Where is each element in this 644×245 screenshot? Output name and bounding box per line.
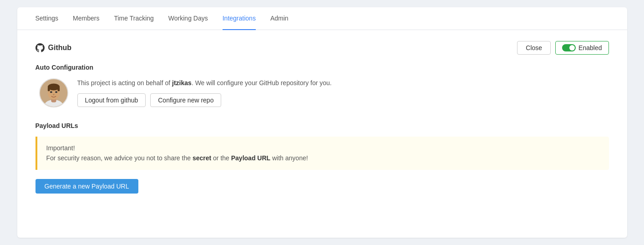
svg-point-9 <box>53 94 55 95</box>
payload-section: Payload URLs Important! For security rea… <box>35 122 609 194</box>
tab-admin[interactable]: Admin <box>270 7 289 30</box>
auto-config-section: Auto Configuration <box>35 64 609 107</box>
main-card: Settings Members Time Tracking Working D… <box>17 7 627 238</box>
github-header: Github Close Enabled <box>35 41 609 55</box>
warning-text-mid: or the <box>211 154 231 162</box>
svg-rect-5 <box>47 87 50 91</box>
avatar <box>39 78 68 107</box>
avatar-image <box>40 78 67 107</box>
tab-members[interactable]: Members <box>73 7 99 30</box>
github-label: Github <box>48 44 72 52</box>
warning-message: For security reason, we advice you not t… <box>46 153 600 163</box>
enabled-button[interactable]: Enabled <box>555 41 609 55</box>
tab-working-days[interactable]: Working Days <box>168 7 208 30</box>
header-actions: Close Enabled <box>517 41 609 55</box>
auto-config-buttons: Logout from github Configure new repo <box>77 93 332 107</box>
warning-text-after: with anyone! <box>270 154 308 162</box>
warning-box: Important! For security reason, we advic… <box>35 137 609 170</box>
auto-config-description: This project is acting on behalf of jtzi… <box>77 78 332 88</box>
payload-title: Payload URLs <box>35 122 609 129</box>
configure-repo-button[interactable]: Configure new repo <box>150 93 221 107</box>
github-icon <box>35 43 45 52</box>
auto-config-title: Auto Configuration <box>35 64 609 71</box>
svg-point-7 <box>50 91 52 93</box>
tab-integrations[interactable]: Integrations <box>223 7 256 30</box>
svg-point-8 <box>55 91 57 93</box>
desc-after: . We will configure your GitHub reposito… <box>192 79 332 87</box>
tab-time-tracking[interactable]: Time Tracking <box>114 7 153 30</box>
tab-nav: Settings Members Time Tracking Working D… <box>17 7 627 30</box>
enabled-label: Enabled <box>578 44 602 51</box>
warning-secret: secret <box>193 154 211 162</box>
toggle-icon <box>562 44 576 51</box>
desc-before: This project is acting on behalf of <box>77 79 172 87</box>
auto-config-body: This project is acting on behalf of jtzi… <box>35 78 609 107</box>
auto-config-text: This project is acting on behalf of jtzi… <box>77 78 332 107</box>
content-area: Github Close Enabled Auto Configuration <box>17 30 627 204</box>
generate-payload-button[interactable]: Generate a new Payload URL <box>35 179 138 194</box>
tab-settings[interactable]: Settings <box>35 7 59 30</box>
warning-important: Important! <box>46 143 600 153</box>
warning-payload-url: Payload URL <box>231 154 270 162</box>
svg-rect-6 <box>57 87 60 91</box>
warning-text-before: For security reason, we advice you not t… <box>46 154 193 162</box>
close-button[interactable]: Close <box>517 41 551 55</box>
logout-github-button[interactable]: Logout from github <box>77 93 146 107</box>
github-title: Github <box>35 43 72 52</box>
username: jtzikas <box>172 79 192 87</box>
